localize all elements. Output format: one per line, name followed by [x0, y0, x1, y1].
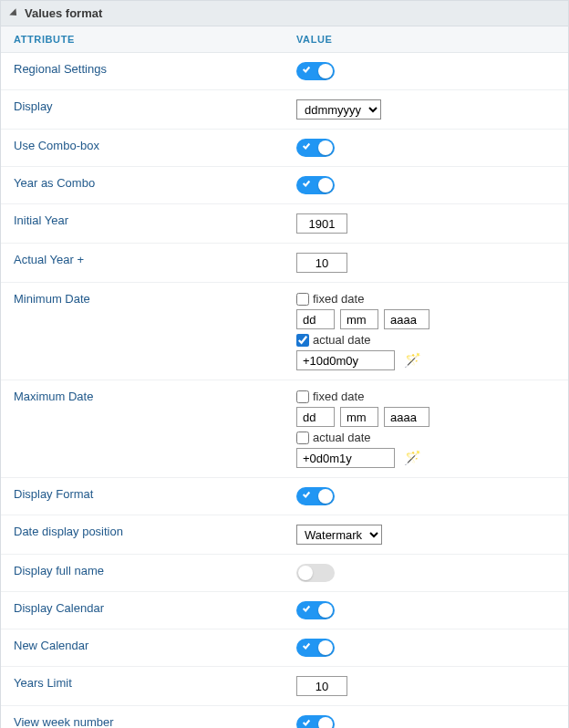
attr-label: Use Combo-box [1, 130, 284, 166]
min-fixed-checkbox[interactable] [296, 293, 309, 306]
attr-label: Initial Year [1, 204, 284, 243]
max-actual-label: actual date [313, 431, 371, 444]
max-expr-input[interactable] [296, 448, 395, 468]
attr-label: Display [1, 90, 284, 129]
min-expr-input[interactable] [296, 350, 395, 370]
min-mm-input[interactable] [340, 309, 378, 329]
value-header: VALUE [284, 26, 568, 52]
row-date-display-position: Date display position Watermark [1, 515, 568, 555]
attr-label: Display full name [1, 555, 284, 591]
attr-label: Display Calendar [1, 592, 284, 629]
row-maximum-date: Maximum Date fixed date actual date 🪄 [1, 380, 568, 478]
values-format-panel: Values format ATTRIBUTE VALUE Regional S… [0, 0, 569, 728]
panel-header[interactable]: Values format [1, 1, 568, 26]
attr-label: View week number [1, 706, 284, 728]
display-select[interactable]: ddmmyyyy [296, 99, 381, 120]
display-full-name-toggle[interactable] [296, 564, 335, 582]
min-dd-input[interactable] [296, 309, 335, 329]
row-years-limit: Years Limit [1, 667, 568, 706]
attr-label: Minimum Date [1, 283, 284, 380]
attribute-header: ATTRIBUTE [1, 26, 284, 52]
years-limit-input[interactable] [296, 676, 347, 696]
attr-label: Actual Year + [1, 244, 284, 282]
min-year-input[interactable] [384, 309, 429, 329]
row-year-as-combo: Year as Combo [1, 167, 568, 204]
column-headers: ATTRIBUTE VALUE [1, 26, 568, 53]
row-initial-year: Initial Year [1, 204, 568, 244]
max-mm-input[interactable] [340, 407, 378, 427]
attr-label: Regional Settings [1, 53, 284, 89]
attr-label: Year as Combo [1, 167, 284, 203]
row-minimum-date: Minimum Date fixed date actual date 🪄 [1, 283, 568, 380]
attr-label: Maximum Date [1, 380, 284, 477]
max-actual-checkbox[interactable] [296, 432, 309, 444]
row-display-format: Display Format [1, 478, 568, 515]
min-actual-checkbox[interactable] [296, 334, 309, 347]
row-view-week-number: View week number [1, 706, 568, 728]
use-combo-toggle[interactable] [296, 139, 335, 157]
row-use-combo: Use Combo-box [1, 130, 568, 167]
max-year-input[interactable] [384, 407, 429, 427]
row-display-full-name: Display full name [1, 555, 568, 592]
attr-label: Years Limit [1, 667, 284, 705]
min-actual-label: actual date [313, 333, 371, 347]
row-display-calendar: Display Calendar [1, 592, 568, 629]
wand-icon[interactable]: 🪄 [404, 450, 421, 466]
max-dd-input[interactable] [296, 407, 335, 427]
row-actual-year-plus: Actual Year + [1, 244, 568, 283]
initial-year-input[interactable] [296, 213, 347, 234]
collapse-icon [9, 8, 19, 18]
row-regional-settings: Regional Settings [1, 53, 568, 90]
max-fixed-label: fixed date [313, 390, 364, 403]
row-new-calendar: New Calendar [1, 629, 568, 667]
attr-label: Date display position [1, 515, 284, 554]
view-week-number-toggle[interactable] [296, 715, 335, 728]
max-fixed-checkbox[interactable] [296, 390, 309, 403]
display-format-toggle[interactable] [296, 487, 335, 505]
display-calendar-toggle[interactable] [296, 601, 335, 619]
wand-icon[interactable]: 🪄 [404, 352, 421, 369]
attr-label: Display Format [1, 478, 284, 515]
new-calendar-toggle[interactable] [296, 639, 335, 657]
attr-label: New Calendar [1, 629, 284, 666]
row-display: Display ddmmyyyy [1, 90, 568, 130]
panel-title: Values format [25, 6, 102, 20]
year-as-combo-toggle[interactable] [296, 176, 335, 194]
actual-year-plus-input[interactable] [296, 253, 347, 273]
regional-settings-toggle[interactable] [296, 62, 335, 80]
date-display-position-select[interactable]: Watermark [296, 525, 382, 545]
min-fixed-label: fixed date [313, 292, 364, 306]
